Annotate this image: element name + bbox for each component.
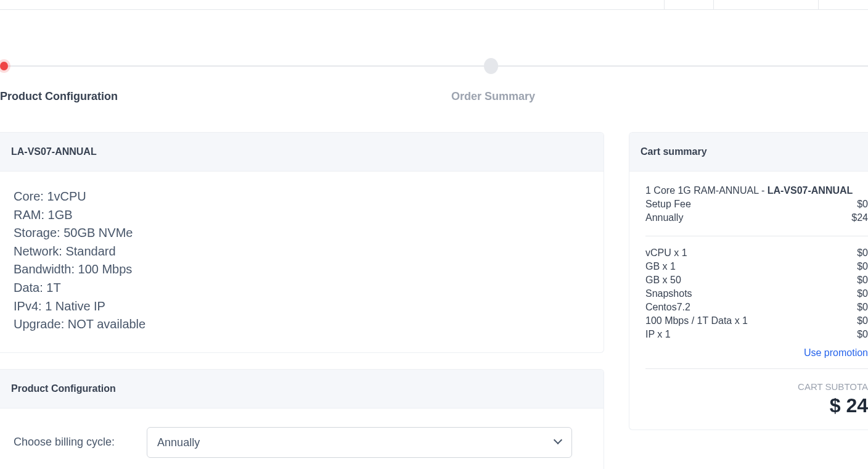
cart-line-value: $0 bbox=[857, 247, 868, 259]
product-card-header: LA-VS07-ANNUAL bbox=[0, 133, 604, 172]
stepper-line bbox=[8, 65, 484, 67]
spec-storage: Storage: 50GB NVMe bbox=[14, 224, 590, 243]
config-card-header: Product Configuration bbox=[0, 370, 604, 409]
use-promotion-link[interactable]: Use promotion bbox=[645, 347, 868, 359]
cart-line-label: 100 Mbps / 1T Data x 1 bbox=[645, 315, 748, 326]
cart-fee-value: $24 bbox=[851, 212, 868, 223]
cart-item-bold: LA-VS07-ANNUAL bbox=[768, 185, 853, 196]
cart-fee-row: Annually $24 bbox=[645, 212, 868, 223]
spec-bandwidth: Bandwidth: 100 Mbps bbox=[14, 260, 590, 279]
stepper-step-active bbox=[0, 62, 8, 70]
cart-fee-label: Annually bbox=[645, 212, 683, 223]
cart-line-label: Snapshots bbox=[645, 288, 692, 299]
spec-upgrade: Upgrade: NOT available bbox=[14, 315, 590, 334]
cart-line-value: $0 bbox=[857, 275, 868, 286]
cart-line-label: vCPU x 1 bbox=[645, 247, 687, 259]
stepper-step-inactive bbox=[484, 58, 498, 74]
cart-fee-label: Setup Fee bbox=[645, 199, 691, 210]
cart-line-value: $0 bbox=[857, 315, 868, 326]
spec-core: Core: 1vCPU bbox=[14, 188, 590, 206]
cart-subtotal-value: $ 24 bbox=[645, 394, 868, 417]
cart-line-label: GB x 1 bbox=[645, 261, 676, 272]
product-spec-body: Core: 1vCPU RAM: 1GB Storage: 50GB NVMe … bbox=[0, 172, 604, 352]
cart-item-prefix: 1 Core 1G RAM-ANNUAL - bbox=[645, 185, 768, 196]
cart-line-value: $0 bbox=[857, 329, 868, 340]
cart-line-row: Centos7.2 $0 bbox=[645, 302, 868, 313]
cart-line-row: Snapshots $0 bbox=[645, 288, 868, 299]
step-label-order-summary: Order Summary bbox=[451, 90, 535, 103]
cart-line-label: GB x 50 bbox=[645, 275, 681, 286]
cart-subtotal-label: CART SUBTOTA bbox=[645, 381, 868, 392]
spec-ipv4: IPv4: 1 Native IP bbox=[14, 297, 590, 316]
cart-line-row: GB x 50 $0 bbox=[645, 275, 868, 286]
top-nav-bar bbox=[0, 0, 868, 10]
cart-line-row: IP x 1 $0 bbox=[645, 329, 868, 340]
cart-divider bbox=[645, 368, 868, 369]
cart-line-label: IP x 1 bbox=[645, 329, 671, 340]
spec-network: Network: Standard bbox=[14, 243, 590, 261]
cart-line-value: $0 bbox=[857, 302, 868, 313]
billing-cycle-select[interactable]: Annually bbox=[147, 427, 572, 458]
product-card: LA-VS07-ANNUAL Core: 1vCPU RAM: 1GB Stor… bbox=[0, 132, 604, 353]
spec-ram: RAM: 1GB bbox=[14, 206, 590, 225]
spec-data: Data: 1T bbox=[14, 279, 590, 297]
cart-line-label: Centos7.2 bbox=[645, 302, 690, 313]
cart-summary-card: Cart summary 1 Core 1G RAM-ANNUAL - LA-V… bbox=[629, 132, 868, 430]
stepper bbox=[0, 58, 868, 74]
config-card: Product Configuration Choose billing cyc… bbox=[0, 369, 604, 469]
cart-item-name: 1 Core 1G RAM-ANNUAL - LA-VS07-ANNUAL bbox=[645, 185, 868, 196]
step-label-product-config: Product Configuration bbox=[0, 90, 118, 103]
cart-divider bbox=[645, 236, 868, 236]
cart-summary-header: Cart summary bbox=[629, 133, 868, 172]
cart-line-value: $0 bbox=[857, 261, 868, 272]
stepper-line bbox=[498, 65, 868, 67]
cart-line-row: 100 Mbps / 1T Data x 1 $0 bbox=[645, 315, 868, 326]
cart-fee-row: Setup Fee $0 bbox=[645, 199, 868, 210]
billing-cycle-label: Choose billing cycle: bbox=[14, 436, 115, 449]
cart-fee-value: $0 bbox=[857, 199, 868, 210]
stepper-labels: Product Configuration Order Summary bbox=[0, 90, 868, 109]
cart-line-row: GB x 1 $0 bbox=[645, 261, 868, 272]
cart-line-row: vCPU x 1 $0 bbox=[645, 247, 868, 259]
cart-line-value: $0 bbox=[857, 288, 868, 299]
